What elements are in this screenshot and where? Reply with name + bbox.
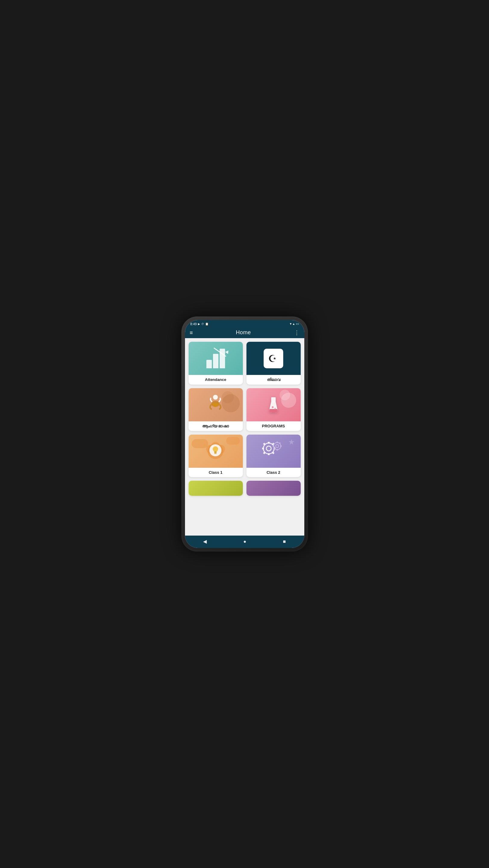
tilava-card[interactable]: ☪ തിലാവ — [247, 342, 301, 384]
tilava-label: തിലാവ — [247, 375, 301, 384]
svg-rect-31 — [273, 445, 274, 447]
bar-1 — [206, 360, 212, 368]
flask-icon — [267, 396, 280, 414]
recent-button[interactable]: ■ — [283, 539, 286, 544]
attendance-chart — [206, 349, 225, 368]
class3-card-image-partial — [189, 481, 243, 496]
class3-card-partial[interactable] — [189, 481, 243, 496]
quran-icon: ☪ — [267, 352, 280, 365]
home-button[interactable]: ● — [243, 539, 247, 544]
svg-point-4 — [272, 406, 273, 408]
class2-card[interactable]: Class 2 — [247, 435, 301, 477]
youtube-icon: ▶ — [198, 322, 200, 326]
attendance-card[interactable]: Attendance — [189, 342, 243, 384]
angya-label: ആംഗ്യ ഭാഷാ — [189, 421, 243, 431]
bar-2 — [213, 354, 219, 368]
svg-rect-18 — [268, 442, 270, 444]
gears-icon — [262, 440, 285, 463]
svg-rect-19 — [268, 453, 270, 455]
wifi-icon: ▾ — [290, 322, 292, 326]
svg-point-27 — [276, 444, 279, 447]
angya-card-image — [189, 388, 243, 421]
tilava-card-image: ☪ — [247, 342, 301, 375]
svg-point-17 — [266, 446, 271, 451]
svg-rect-29 — [276, 449, 278, 451]
svg-line-15 — [212, 446, 213, 447]
attendance-label: Attendance — [189, 375, 243, 384]
signal-icon: ▴ — [293, 322, 295, 326]
app-bar: ≡ Home ⋮ — [185, 327, 304, 338]
status-left: 8:49 ▶ ⏱ 📋 — [190, 322, 208, 326]
hamburger-icon[interactable]: ≡ — [190, 330, 193, 336]
time-display: 8:49 — [190, 322, 197, 326]
back-button[interactable]: ◀ — [203, 538, 207, 544]
programs-card[interactable]: PROGRAMS — [247, 388, 301, 431]
programs-card-image — [247, 388, 301, 421]
svg-point-11 — [213, 446, 218, 452]
app-bar-title: Home — [236, 330, 251, 336]
phone-frame: 8:49 ▶ ⏱ 📋 ▾ ▴ ▭ ≡ Home ⋮ — [182, 316, 308, 552]
status-right: ▾ ▴ ▭ — [290, 322, 299, 326]
attendance-card-image — [189, 342, 243, 375]
clock-icon: ⏱ — [201, 322, 204, 326]
svg-point-5 — [274, 408, 276, 409]
svg-line-14 — [218, 446, 219, 447]
programs-label: PROGRAMS — [247, 421, 301, 431]
svg-rect-30 — [280, 445, 282, 447]
svg-point-1 — [213, 395, 218, 400]
class4-card-image-partial — [247, 481, 301, 496]
class2-star — [289, 439, 295, 445]
angya-card[interactable]: ആംഗ്യ ഭാഷാ — [189, 388, 243, 431]
yoga-figure-icon — [207, 394, 224, 415]
class1-card[interactable]: Class 1 — [189, 435, 243, 477]
class1-label: Class 1 — [189, 468, 243, 477]
menu-grid: Attendance ☪ തിലാവ — [189, 342, 301, 496]
more-options-icon[interactable]: ⋮ — [294, 330, 299, 336]
phone-screen: 8:49 ▶ ⏱ 📋 ▾ ▴ ▭ ≡ Home ⋮ — [185, 320, 304, 548]
svg-text:☪: ☪ — [268, 353, 277, 364]
svg-rect-32 — [279, 442, 281, 444]
svg-rect-21 — [262, 447, 264, 450]
bar-3 — [220, 349, 225, 368]
storage-icon: 📋 — [205, 322, 208, 326]
class1-cloud-2 — [226, 437, 240, 444]
programs-circle-2 — [280, 390, 290, 400]
class2-card-image — [247, 435, 301, 468]
brain-bulb-icon — [206, 441, 225, 462]
battery-icon: ▭ — [296, 322, 299, 326]
bottom-nav: ◀ ● ■ — [185, 535, 304, 548]
svg-rect-28 — [276, 441, 278, 443]
arrow-head — [225, 349, 230, 354]
status-bar: 8:49 ▶ ⏱ 📋 ▾ ▴ ▭ — [185, 320, 304, 327]
content-area[interactable]: Attendance ☪ തിലാവ — [185, 338, 304, 535]
class2-label: Class 2 — [247, 468, 301, 477]
svg-rect-12 — [214, 452, 217, 453]
svg-point-16 — [263, 443, 274, 454]
class1-card-image — [189, 435, 243, 468]
svg-rect-3 — [271, 397, 276, 402]
tilava-logo: ☪ — [264, 349, 283, 368]
class4-card-partial[interactable] — [247, 481, 301, 496]
